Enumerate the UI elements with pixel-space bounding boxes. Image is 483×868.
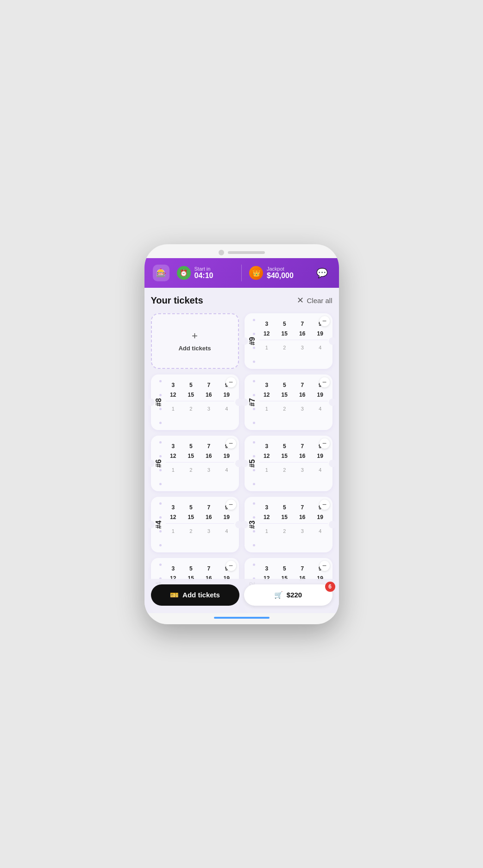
ticket-5-bonus: 1 2 3 4 xyxy=(259,464,328,474)
ticket-7-number: #7 xyxy=(248,398,257,406)
ticket-9-bonus: 1 2 3 4 xyxy=(259,342,328,351)
add-ticket-label: Add tickets xyxy=(178,345,211,352)
cart-button[interactable]: 6 🛒 $220 xyxy=(244,584,332,606)
ticket-4b-remove-button[interactable]: − xyxy=(226,561,236,571)
cart-icon: 🛒 xyxy=(274,591,283,599)
tickets-header: Your tickets ✕ Clear all xyxy=(151,295,332,306)
phone-camera xyxy=(219,250,224,255)
ticket-card-3: − #3 3 5 7 9 12 15 16 xyxy=(245,497,332,552)
main-content: Your tickets ✕ Clear all + Add tickets − xyxy=(144,288,339,613)
bottom-bar: 🎫 Add tickets 6 🛒 $220 xyxy=(144,579,339,613)
clear-all-button[interactable]: ✕ Clear all xyxy=(297,295,332,305)
jackpot-value: $40,000 xyxy=(267,272,294,280)
jackpot-label: Jackpot xyxy=(267,266,294,272)
ticket-6-bonus: 1 2 3 4 xyxy=(166,464,234,474)
phone-screen: 🎰 ⏰ Start in 04:10 👑 Jackpot $40,000 💬 xyxy=(144,258,339,613)
ticket-9-numbers: 3 5 7 9 12 15 16 19 xyxy=(259,318,328,338)
ticket-9-remove-button[interactable]: − xyxy=(320,316,330,326)
timer-section: ⏰ Start in 04:10 xyxy=(177,266,234,280)
ticket-8-numbers: 3 5 7 9 12 15 16 19 xyxy=(166,379,234,399)
phone-speaker xyxy=(228,251,265,254)
ticket-card-6: − #6 3 5 7 9 12 15 16 xyxy=(151,436,239,491)
ticket-5-number: #5 xyxy=(248,459,257,468)
ticket-3-bonus: 1 2 3 4 xyxy=(259,526,328,535)
ticket-card-7: − #7 3 5 7 9 12 15 16 xyxy=(245,374,332,430)
ticket-9-number: #9 xyxy=(248,337,257,345)
header-bar: 🎰 ⏰ Start in 04:10 👑 Jackpot $40,000 💬 xyxy=(144,258,339,288)
ticket-3-remove-button[interactable]: − xyxy=(320,500,330,510)
phone-notch xyxy=(144,244,339,258)
ticket-4a-remove-button[interactable]: − xyxy=(226,500,236,510)
ticket-3-number: #3 xyxy=(248,520,257,529)
ticket-7-numbers: 3 5 7 9 12 15 16 19 xyxy=(259,379,328,399)
ticket-card-4a: − #4 3 5 7 9 12 15 16 xyxy=(151,497,239,552)
ticket-4a-numbers: 3 5 7 9 12 15 16 19 xyxy=(166,501,234,521)
ticket-6-number: #6 xyxy=(155,459,163,468)
ticket-2-remove-button[interactable]: − xyxy=(320,561,330,571)
ticket-card-8: − #8 3 5 7 9 12 15 16 xyxy=(151,374,239,430)
cart-price: $220 xyxy=(287,591,302,599)
clear-all-label: Clear all xyxy=(307,297,332,304)
add-tickets-button[interactable]: 🎫 Add tickets xyxy=(151,584,239,606)
ticket-card-5: − #5 3 5 7 9 12 15 16 xyxy=(245,436,332,491)
ticket-5-numbers: 3 5 7 9 12 15 16 19 xyxy=(259,440,328,460)
plus-icon: + xyxy=(192,330,198,342)
ticket-8-remove-button[interactable]: − xyxy=(226,377,236,387)
jackpot-icon: 👑 xyxy=(249,266,263,280)
tickets-grid: + Add tickets − #9 3 5 xyxy=(151,313,332,613)
ticket-4a-number: #4 xyxy=(155,520,163,529)
add-tickets-label: Add tickets xyxy=(182,591,220,599)
jackpot-section: 👑 Jackpot $40,000 xyxy=(249,266,307,280)
ticket-card-9: − #9 3 5 7 9 12 15 16 xyxy=(245,313,332,369)
ticket-6-remove-button[interactable]: − xyxy=(226,438,236,449)
phone-home-bar xyxy=(144,613,339,624)
timer-icon: ⏰ xyxy=(177,266,191,280)
ticket-8-bonus: 1 2 3 4 xyxy=(166,403,234,412)
header-divider xyxy=(241,265,242,281)
add-ticket-card[interactable]: + Add tickets xyxy=(151,313,239,369)
phone-frame: 🎰 ⏰ Start in 04:10 👑 Jackpot $40,000 💬 xyxy=(144,244,339,624)
ticket-6-numbers: 3 5 7 9 12 15 16 19 xyxy=(166,440,234,460)
lottery-icon: 🎰 xyxy=(153,265,169,281)
clear-all-x-icon: ✕ xyxy=(297,295,304,305)
home-bar xyxy=(214,617,270,619)
timer-text: Start in 04:10 xyxy=(194,266,213,280)
ticket-8-number: #8 xyxy=(155,398,163,406)
jackpot-text: Jackpot $40,000 xyxy=(267,266,294,280)
add-tickets-icon: 🎫 xyxy=(170,591,179,599)
cart-badge: 6 xyxy=(325,582,335,592)
ticket-5-remove-button[interactable]: − xyxy=(320,438,330,449)
ticket-7-bonus: 1 2 3 4 xyxy=(259,403,328,412)
ticket-7-remove-button[interactable]: − xyxy=(320,377,330,387)
chat-icon[interactable]: 💬 xyxy=(314,265,331,281)
ticket-4a-bonus: 1 2 3 4 xyxy=(166,526,234,535)
ticket-3-numbers: 3 5 7 9 12 15 16 19 xyxy=(259,501,328,521)
tickets-title: Your tickets xyxy=(151,295,203,306)
timer-label: Start in xyxy=(194,266,213,272)
timer-value: 04:10 xyxy=(194,272,213,280)
